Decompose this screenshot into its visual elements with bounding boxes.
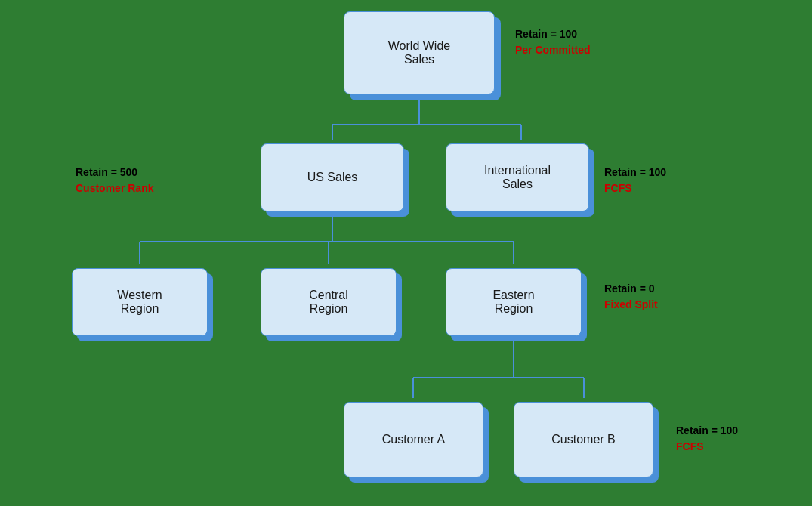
customer-b-label: Customer B <box>551 433 615 446</box>
is-policy: FCFS <box>604 182 632 194</box>
us-sales-node: US Sales <box>257 140 408 215</box>
wws-policy: Per Committed <box>515 44 591 56</box>
is-retain: 100 <box>649 166 666 178</box>
us-sales-label: US Sales <box>307 171 358 184</box>
annotation-world-wide-sales: Retain = 100 Per Committed <box>515 26 591 58</box>
international-sales-label: InternationalSales <box>484 164 551 191</box>
central-region-label: CentralRegion <box>309 288 348 316</box>
diagram-container: World WideSales US Sales InternationalSa… <box>0 0 812 506</box>
customer-b-node: Customer B <box>510 398 657 481</box>
uss-policy: Customer Rank <box>76 182 153 194</box>
cust-policy: FCFS <box>676 440 704 452</box>
er-retain: 0 <box>649 282 655 295</box>
western-region-label: WesternRegion <box>117 288 162 316</box>
annotation-eastern-region: Retain = 0 Fixed Split <box>604 281 658 313</box>
international-sales-node: InternationalSales <box>442 140 593 215</box>
world-wide-sales-label: World WideSales <box>388 39 450 66</box>
customer-a-node: Customer A <box>340 398 487 481</box>
western-region-node: WesternRegion <box>68 264 211 340</box>
cust-retain: 100 <box>721 424 738 437</box>
annotation-international-sales: Retain = 100 FCFS <box>604 165 666 196</box>
customer-a-label: Customer A <box>382 433 446 446</box>
er-policy: Fixed Split <box>604 298 658 310</box>
uss-retain: 500 <box>120 166 137 178</box>
annotation-us-sales: Retain = 500 Customer Rank <box>76 165 153 196</box>
eastern-region-node: EasternRegion <box>442 264 585 340</box>
central-region-node: CentralRegion <box>257 264 400 340</box>
world-wide-sales-node: World WideSales <box>340 8 499 98</box>
annotation-customers: Retain = 100 FCFS <box>676 423 738 455</box>
eastern-region-label: EasternRegion <box>492 288 534 316</box>
wws-retain: 100 <box>560 28 577 40</box>
